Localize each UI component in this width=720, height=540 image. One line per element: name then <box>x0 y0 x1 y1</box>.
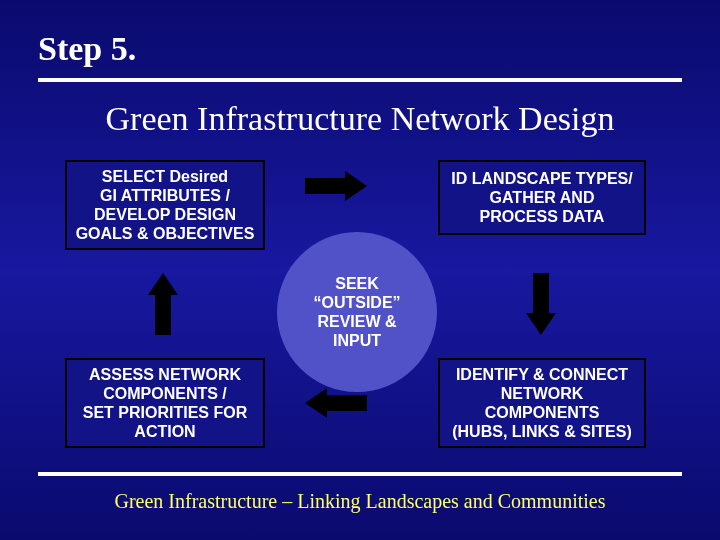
box-text: SELECT DesiredGI ATTRIBUTES /DEVELOP DES… <box>76 167 255 244</box>
slide: Step 5. Green Infrastructure Network Des… <box>0 0 720 540</box>
center-text: SEEK“OUTSIDE”REVIEW &INPUT <box>313 274 400 351</box>
box-text: IDENTIFY & CONNECTNETWORKCOMPONENTS(HUBS… <box>452 365 632 442</box>
divider-top <box>38 78 682 82</box>
box-text: ASSESS NETWORKCOMPONENTS /SET PRIORITIES… <box>83 365 247 442</box>
box-text: ID LANDSCAPE TYPES/GATHER ANDPROCESS DAT… <box>451 169 632 227</box>
slide-title: Green Infrastructure Network Design <box>0 100 720 138</box>
footer-text: Green Infrastructure – Linking Landscape… <box>0 490 720 513</box>
box-assess-network: ASSESS NETWORKCOMPONENTS /SET PRIORITIES… <box>65 358 265 448</box>
step-label: Step 5. <box>38 30 136 68</box>
divider-bottom <box>38 472 682 476</box>
box-identify-network: IDENTIFY & CONNECTNETWORKCOMPONENTS(HUBS… <box>438 358 646 448</box>
box-id-landscape: ID LANDSCAPE TYPES/GATHER ANDPROCESS DAT… <box>438 160 646 235</box>
box-select-attributes: SELECT DesiredGI ATTRIBUTES /DEVELOP DES… <box>65 160 265 250</box>
center-circle: SEEK“OUTSIDE”REVIEW &INPUT <box>277 232 437 392</box>
